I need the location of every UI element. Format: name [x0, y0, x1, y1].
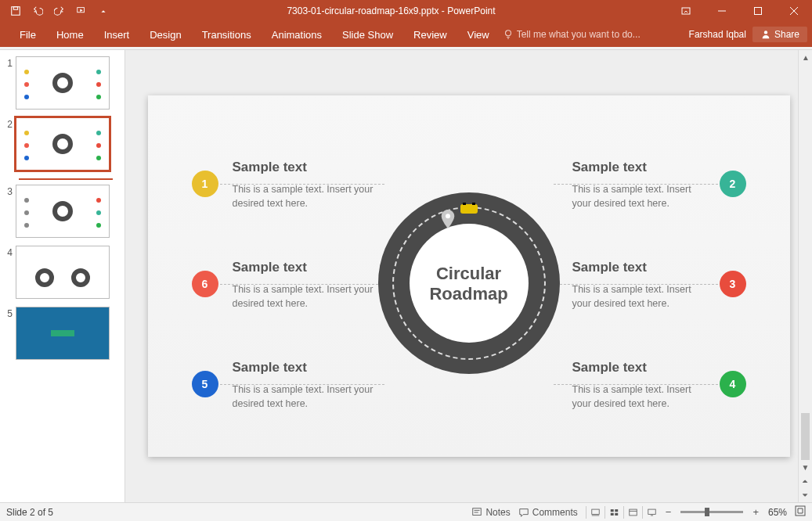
- tab-insert[interactable]: Insert: [94, 22, 140, 47]
- svg-rect-11: [473, 508, 482, 515]
- share-label: Share: [774, 29, 799, 40]
- ribbon-display-options-icon[interactable]: [668, 0, 704, 22]
- tab-design[interactable]: Design: [139, 22, 191, 47]
- save-icon[interactable]: [5, 0, 27, 22]
- scrollbar-thumb[interactable]: [801, 413, 810, 460]
- scroll-up-icon[interactable]: ▲: [799, 50, 812, 64]
- scroll-down-icon[interactable]: ▼: [799, 460, 812, 474]
- zoom-percent[interactable]: 65%: [768, 507, 787, 518]
- fit-to-window-icon[interactable]: [795, 505, 806, 519]
- zoom-in-button[interactable]: +: [751, 506, 760, 518]
- marker-3[interactable]: 3: [720, 271, 746, 297]
- item-title: Sample text: [233, 160, 397, 175]
- item-2[interactable]: Sample text This is a sample text. Inser…: [572, 160, 706, 210]
- window-title: 7303-01-circular-roadmap-16x9.pptx - Pow…: [114, 5, 668, 16]
- svg-rect-17: [615, 509, 618, 512]
- svg-point-10: [446, 214, 450, 218]
- notes-button[interactable]: Notes: [471, 507, 510, 518]
- item-title: Sample text: [233, 360, 397, 375]
- item-body: This is a sample text. Insert your desir…: [572, 183, 706, 210]
- item-5[interactable]: Sample text This is a sample text. Inser…: [233, 360, 397, 411]
- item-6[interactable]: Sample text This is a sample text. Inser…: [233, 260, 397, 311]
- svg-rect-22: [648, 509, 655, 514]
- marker-5[interactable]: 5: [192, 371, 218, 397]
- main-area: 1 2: [0, 50, 812, 502]
- tab-slideshow[interactable]: Slide Show: [332, 22, 403, 47]
- thumbnail-4[interactable]: 4: [3, 246, 121, 299]
- thumbnail-2[interactable]: 2: [3, 117, 121, 171]
- comments-icon: [518, 507, 529, 518]
- zoom-slider[interactable]: [680, 511, 743, 513]
- window-controls: [668, 0, 812, 22]
- marker-6[interactable]: 6: [192, 271, 218, 297]
- ribbon-tabs: File Home Insert Design Transitions Anim…: [0, 22, 812, 47]
- thumbnail-3[interactable]: 3: [3, 185, 121, 238]
- item-title: Sample text: [572, 360, 706, 375]
- status-bar: Slide 2 of 5 Notes Comments − + 65%: [0, 502, 812, 521]
- item-1[interactable]: Sample text This is a sample text. Inser…: [233, 160, 397, 210]
- quick-access-toolbar: [0, 0, 114, 22]
- sorter-view-icon[interactable]: [604, 506, 619, 519]
- reading-view-icon[interactable]: [623, 506, 637, 519]
- lightbulb-icon: [503, 29, 514, 40]
- minimize-icon[interactable]: [704, 0, 740, 22]
- undo-icon[interactable]: [27, 0, 49, 22]
- item-body: This is a sample text. Insert your desir…: [233, 383, 397, 411]
- svg-rect-16: [611, 509, 614, 512]
- svg-point-8: [505, 31, 511, 36]
- tab-transitions[interactable]: Transitions: [192, 22, 262, 47]
- tell-me-label: Tell me what you want to do...: [517, 29, 641, 40]
- car-icon[interactable]: [460, 204, 478, 214]
- tell-me-search[interactable]: Tell me what you want to do...: [503, 29, 641, 40]
- close-icon[interactable]: [776, 0, 812, 22]
- slide-counter[interactable]: Slide 2 of 5: [6, 507, 53, 518]
- maximize-icon[interactable]: [740, 0, 776, 22]
- qat-customize-icon[interactable]: [92, 0, 114, 22]
- marker-2[interactable]: 2: [720, 171, 746, 197]
- view-mode-icons: [586, 506, 656, 519]
- svg-rect-19: [615, 512, 618, 515]
- vertical-scrollbar[interactable]: ▲ ▼ ⏶ ⏷: [798, 50, 812, 502]
- svg-rect-0: [12, 7, 20, 16]
- tab-review[interactable]: Review: [403, 22, 457, 47]
- svg-rect-1: [13, 7, 17, 10]
- slide[interactable]: Circular Roadmap 1 Sample text This is a…: [148, 95, 790, 457]
- item-3[interactable]: Sample text This is a sample text. Inser…: [572, 260, 706, 311]
- slideshow-view-icon[interactable]: [642, 506, 656, 519]
- ring-center-text[interactable]: Circular Roadmap: [429, 264, 507, 304]
- start-from-beginning-icon[interactable]: [70, 0, 92, 22]
- selection-underline: [19, 178, 113, 180]
- redo-icon[interactable]: [49, 0, 70, 22]
- svg-rect-18: [611, 512, 614, 515]
- svg-rect-5: [755, 8, 762, 15]
- item-body: This is a sample text. Insert your desir…: [572, 283, 706, 311]
- user-name[interactable]: Farshad Iqbal: [689, 29, 746, 40]
- item-body: This is a sample text. Insert your desir…: [233, 283, 397, 311]
- item-body: This is a sample text. Insert your desir…: [233, 183, 397, 210]
- share-button[interactable]: Share: [752, 27, 807, 42]
- thumbnail-1[interactable]: 1: [3, 56, 121, 110]
- share-icon: [760, 29, 771, 40]
- svg-rect-20: [630, 509, 637, 516]
- zoom-out-button[interactable]: −: [664, 506, 673, 518]
- normal-view-icon[interactable]: [586, 506, 600, 519]
- tab-view[interactable]: View: [457, 22, 500, 47]
- item-title: Sample text: [572, 160, 706, 175]
- svg-rect-24: [796, 506, 805, 516]
- map-pin-icon[interactable]: [441, 210, 455, 232]
- marker-1[interactable]: 1: [192, 171, 218, 197]
- next-slide-icon[interactable]: ⏷: [799, 488, 812, 502]
- tab-home[interactable]: Home: [46, 22, 94, 47]
- slide-canvas-area[interactable]: Circular Roadmap 1 Sample text This is a…: [125, 50, 812, 502]
- item-4[interactable]: Sample text This is a sample text. Inser…: [572, 360, 706, 411]
- notes-icon: [471, 507, 482, 518]
- prev-slide-icon[interactable]: ⏶: [799, 474, 812, 488]
- svg-point-9: [764, 31, 767, 34]
- slide-thumbnail-panel[interactable]: 1 2: [0, 50, 125, 502]
- tab-animations[interactable]: Animations: [262, 22, 332, 47]
- item-title: Sample text: [233, 260, 397, 275]
- thumbnail-5[interactable]: 5: [3, 307, 121, 360]
- marker-4[interactable]: 4: [720, 371, 746, 397]
- tab-file[interactable]: File: [9, 22, 46, 47]
- comments-button[interactable]: Comments: [518, 507, 578, 518]
